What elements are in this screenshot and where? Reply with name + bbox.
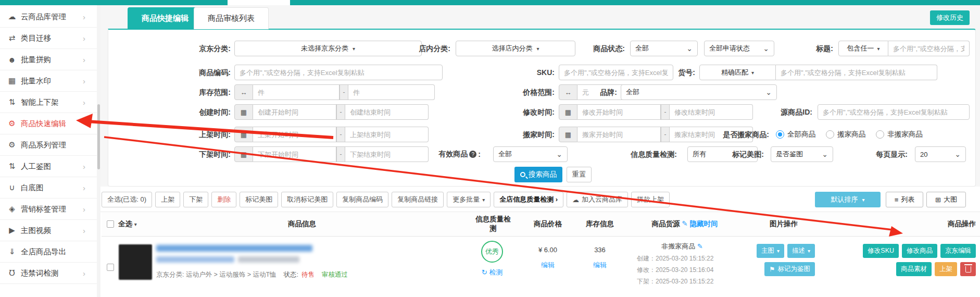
radio-moved-products[interactable]: 搬家商品 bbox=[826, 130, 865, 139]
delete-product-button[interactable] bbox=[960, 262, 976, 276]
copy-link-button[interactable]: 复制商品链接 bbox=[392, 192, 444, 207]
shelf-end-input[interactable] bbox=[345, 127, 429, 142]
sidebar-item-white-background[interactable]: ∪ 白底图 › bbox=[0, 177, 97, 199]
stock-min-input[interactable] bbox=[253, 84, 340, 100]
shelf-product-button[interactable]: 上架 bbox=[935, 262, 957, 276]
unshelf-button[interactable]: 下架 bbox=[183, 192, 208, 207]
product-code-input[interactable] bbox=[234, 65, 443, 80]
price-edit-link[interactable]: 编辑 bbox=[522, 261, 574, 270]
edit-history-button[interactable]: 修改历史 bbox=[930, 10, 970, 25]
edit-icon[interactable]: ✎ bbox=[682, 220, 687, 228]
modify-start-input[interactable] bbox=[577, 104, 661, 120]
chevron-right-icon: › bbox=[83, 13, 85, 21]
unmark-image-button[interactable]: 取消标记美图 bbox=[281, 192, 333, 207]
shop-quality-check-button[interactable]: 全店信息质量检测 › bbox=[494, 192, 563, 207]
sidebar-item-category-migration[interactable]: ⇄ 类目迁移 › bbox=[0, 28, 97, 49]
sidebar-item-cloud-library[interactable]: ☁ 云商品库管理 › bbox=[0, 6, 97, 28]
mark-image-button[interactable]: 标记美图 bbox=[240, 192, 278, 207]
move-start-input[interactable] bbox=[577, 127, 661, 142]
sidebar-item-batch-group-buy[interactable]: ☻ 批量拼购 › bbox=[0, 49, 97, 70]
create-end-input[interactable] bbox=[345, 104, 429, 120]
art-no-input[interactable] bbox=[776, 65, 937, 80]
chevron-right-icon: › bbox=[83, 77, 85, 85]
magnet-icon: ∪ bbox=[7, 183, 17, 192]
select-all-checkbox[interactable] bbox=[107, 220, 114, 228]
quality-grade-badge: 优秀 bbox=[481, 241, 503, 263]
product-status-select[interactable]: 全部⌄ bbox=[630, 41, 698, 56]
reset-button[interactable]: 重置 bbox=[567, 167, 592, 182]
view-grid-button[interactable]: ⊞ 大图 bbox=[926, 192, 966, 207]
per-page-select[interactable]: 20⌄ bbox=[915, 146, 966, 162]
select-all-button[interactable]: 全选(已选: 0) bbox=[102, 192, 152, 207]
product-meta: 京东分类: 运动户外 > 运动服饰 > 运动T恤 状态: 待售 审核通过 bbox=[156, 270, 348, 279]
more-batch-button[interactable]: 更多批量▾ bbox=[447, 192, 491, 207]
calendar-icon: ▦ bbox=[234, 127, 253, 142]
search-products-button[interactable]: 搜索商品 bbox=[514, 167, 562, 182]
image-icon: ▦ bbox=[7, 76, 17, 85]
sidebar-item-main-video[interactable]: ▶ 主图视频 › bbox=[0, 220, 97, 241]
radio-all-products[interactable]: 全部商品 bbox=[776, 130, 815, 139]
sidebar-item-batch-watermark[interactable]: ▦ 批量水印 › bbox=[0, 70, 97, 92]
edit-product-button[interactable]: 修改商品 bbox=[902, 244, 937, 258]
radio-not-moved-products[interactable]: 非搬家商品 bbox=[876, 130, 923, 139]
title-match-dropdown[interactable]: 包含任一▾ bbox=[838, 41, 888, 56]
header-image-ops: 图片操作 bbox=[758, 219, 810, 229]
sidebar-item-export-all[interactable]: ⇓ 全店商品导出 bbox=[0, 241, 97, 263]
source-id-input[interactable] bbox=[818, 104, 970, 120]
sidebar-item-series-manage[interactable]: ⚙ 商品系列管理 bbox=[0, 134, 97, 156]
question-icon[interactable]: ? bbox=[469, 151, 476, 158]
art-no-match-dropdown[interactable]: 精确匹配▾ bbox=[699, 65, 776, 80]
copy-code-button[interactable]: 复制商品编码 bbox=[336, 192, 388, 207]
mark-image-select[interactable]: 是否鉴图⌄ bbox=[771, 146, 833, 162]
valid-product-select[interactable]: 全部⌄ bbox=[493, 146, 568, 162]
tab-audit-list[interactable]: 商品审核列表 bbox=[194, 7, 269, 29]
quality-check-link[interactable]: ↻ 检测 bbox=[466, 268, 518, 277]
shelf-start-input[interactable] bbox=[253, 127, 336, 142]
stock-max-input[interactable] bbox=[348, 84, 435, 100]
audit-status: 审核通过 bbox=[322, 270, 348, 279]
range-separator: - bbox=[661, 104, 670, 120]
cloud-upload-icon: ☁ bbox=[572, 196, 579, 204]
edit-sku-button[interactable]: 修改SKU bbox=[863, 244, 899, 258]
sidebar-item-smart-shelf[interactable]: ⇅ 智能上下架 › bbox=[0, 92, 97, 113]
modify-end-input[interactable] bbox=[670, 104, 753, 120]
jd-edit-button[interactable]: 京东编辑 bbox=[940, 244, 976, 258]
group-shelf-button[interactable]: 拼款上架 bbox=[631, 192, 670, 207]
row-checkbox[interactable] bbox=[107, 264, 114, 271]
unshelf-start-input[interactable] bbox=[253, 146, 336, 162]
sidebar-item-label: 营销标签管理 bbox=[21, 204, 66, 214]
view-list-button[interactable]: ≡ 列表 bbox=[886, 192, 923, 207]
apply-status-value: 全部申请状态 bbox=[709, 44, 750, 53]
create-start-input[interactable] bbox=[253, 104, 336, 120]
per-page-label: 每页显示: bbox=[840, 146, 908, 162]
valid-product-colon: : bbox=[478, 150, 481, 158]
sidebar-item-quick-edit[interactable]: ⚙ 商品快速编辑 bbox=[0, 113, 97, 134]
sidebar-scrollbar-thumb[interactable] bbox=[97, 104, 100, 169]
title-input[interactable] bbox=[888, 41, 970, 56]
sidebar-item-label: 批量水印 bbox=[21, 76, 51, 86]
search-icon bbox=[520, 172, 525, 177]
sidebar-item-manual-review[interactable]: ⇅ 人工鉴图 › bbox=[0, 156, 97, 177]
sidebar-scrollbar[interactable] bbox=[97, 5, 100, 297]
add-to-cloud-button[interactable]: ☁加入云商品库 bbox=[567, 192, 628, 207]
default-sort-button[interactable]: 默认排序 ▾ bbox=[815, 192, 881, 207]
sidebar-item-banned-words[interactable]: ℧ 违禁词检测 › bbox=[0, 263, 97, 284]
source-id-label: 源商品ID: bbox=[745, 104, 812, 120]
redacted-title-bar bbox=[156, 256, 234, 263]
hide-time-link[interactable]: 隐藏时间 bbox=[689, 220, 718, 228]
header-select-all[interactable]: 全选 ▾ bbox=[118, 219, 137, 229]
chevron-right-icon: › bbox=[83, 183, 85, 192]
shop-category-label: 店内分类: bbox=[383, 41, 450, 56]
header-product-info: 商品信息 bbox=[224, 219, 380, 229]
tab-quick-edit[interactable]: 商品快捷编辑 bbox=[128, 7, 203, 29]
delete-button[interactable]: 删除 bbox=[211, 192, 236, 207]
apply-status-select[interactable]: 全部申请状态⌄ bbox=[704, 41, 774, 56]
chevron-down-icon: ⌄ bbox=[763, 46, 769, 51]
brand-select[interactable]: 全部⌄ bbox=[621, 84, 777, 100]
stock-edit-link[interactable]: 编辑 bbox=[574, 261, 626, 270]
sidebar-item-marketing-tags[interactable]: ◈ 营销标签管理 › bbox=[0, 199, 97, 220]
edit-icon[interactable]: ✎ bbox=[697, 242, 703, 250]
product-thumbnail[interactable] bbox=[119, 244, 152, 280]
product-material-button[interactable]: 商品素材 bbox=[896, 262, 932, 276]
shelf-button[interactable]: 上架 bbox=[155, 192, 180, 207]
